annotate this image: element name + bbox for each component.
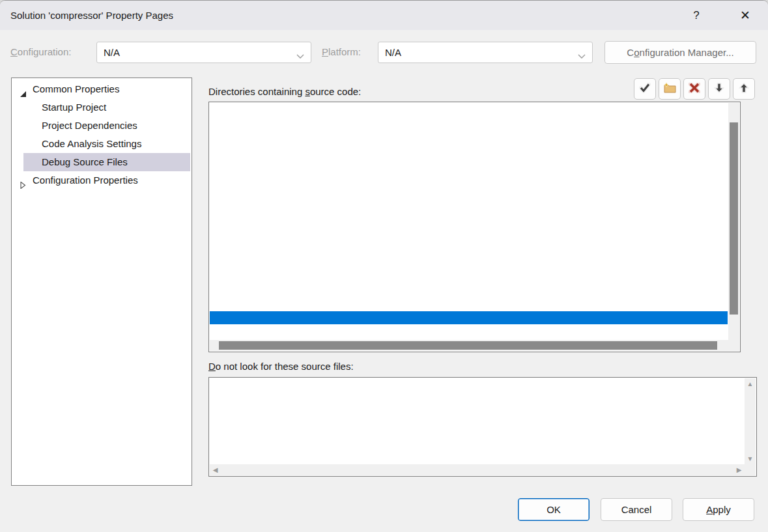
configuration-label: Configuration: xyxy=(10,46,71,57)
dialog-title: Solution 'compressor' Property Pages xyxy=(10,1,173,30)
source-directory-row[interactable] xyxy=(210,168,728,181)
excluded-files-list xyxy=(210,378,744,464)
tree-item-label: Startup Project xyxy=(42,102,106,113)
tree-item[interactable]: Startup Project xyxy=(12,98,192,117)
source-directory-row[interactable] xyxy=(210,142,728,155)
configuration-select[interactable]: N/A xyxy=(96,42,311,63)
scroll-left-icon[interactable]: ◀ xyxy=(210,464,221,475)
scroll-down-icon[interactable]: ▼ xyxy=(745,453,756,464)
ok-button[interactable]: OK xyxy=(518,498,590,521)
source-directories-listbox xyxy=(208,102,741,352)
check-icon xyxy=(639,83,651,95)
source-directory-row[interactable] xyxy=(210,181,728,194)
tree-item[interactable]: Common Properties xyxy=(12,80,192,98)
source-directory-row[interactable] xyxy=(210,311,728,324)
tree-item-label: Common Properties xyxy=(33,83,119,94)
delete-button[interactable] xyxy=(683,78,705,100)
property-tree: Common Properties Startup Project Projec… xyxy=(11,77,192,486)
tree-item[interactable]: Project Dependencies xyxy=(12,117,192,135)
vertical-scrollbar-thumb[interactable] xyxy=(730,122,738,315)
chevron-down-icon xyxy=(578,50,586,62)
vertical-scrollbar[interactable]: ▲ ▼ xyxy=(745,378,756,464)
tree-item[interactable]: Debug Source Files xyxy=(23,153,190,171)
tree-item-label: Project Dependencies xyxy=(42,120,137,131)
source-directory-row[interactable] xyxy=(210,116,728,129)
tree-expander-icon[interactable] xyxy=(20,176,27,184)
new-folder-button[interactable] xyxy=(659,78,681,100)
excluded-files-label: Do not look for these source files: xyxy=(208,361,354,372)
new-folder-icon xyxy=(662,82,677,96)
move-up-button[interactable] xyxy=(733,78,755,100)
excluded-files-listbox: ▲ ▼ ◀ ▶ xyxy=(208,377,757,477)
platform-label: Platform: xyxy=(322,46,361,57)
scrollbar-corner xyxy=(745,464,756,475)
source-directory-row[interactable] xyxy=(210,298,728,311)
apply-button[interactable]: Apply xyxy=(683,498,754,521)
horizontal-scrollbar-thumb[interactable] xyxy=(219,341,717,350)
tree-item-label: Debug Source Files xyxy=(42,156,128,167)
source-directory-row[interactable] xyxy=(210,220,728,233)
configuration-manager-button[interactable]: Configuration Manager... xyxy=(604,41,756,64)
move-down-button[interactable] xyxy=(708,78,730,100)
horizontal-scrollbar[interactable]: ◀ ▶ xyxy=(210,464,745,475)
source-directories-list xyxy=(210,103,728,339)
source-directory-row[interactable] xyxy=(210,272,728,285)
scrollbar-corner xyxy=(728,340,739,351)
horizontal-scrollbar[interactable] xyxy=(210,340,728,351)
chevron-down-icon xyxy=(296,50,304,62)
arrow-up-icon xyxy=(739,82,749,96)
source-directory-row[interactable] xyxy=(210,285,728,298)
titlebar: Solution 'compressor' Property Pages ? ✕ xyxy=(0,1,768,30)
scroll-right-icon[interactable]: ▶ xyxy=(733,464,745,475)
tree-item-label: Code Analysis Settings xyxy=(42,138,141,149)
help-icon[interactable]: ? xyxy=(689,1,704,30)
source-directory-row[interactable] xyxy=(210,194,728,207)
source-directory-row[interactable] xyxy=(210,233,728,246)
confirm-check-button[interactable] xyxy=(634,78,656,100)
source-directory-row[interactable] xyxy=(210,207,728,220)
source-directory-row[interactable] xyxy=(210,129,728,142)
source-directories-label: Directories containing source code: xyxy=(208,86,361,97)
source-directory-row[interactable] xyxy=(210,246,728,259)
source-directory-row[interactable] xyxy=(210,259,728,272)
configuration-value: N/A xyxy=(104,42,120,63)
delete-x-icon xyxy=(689,83,700,95)
scroll-up-icon[interactable]: ▲ xyxy=(745,378,756,389)
cancel-button[interactable]: Cancel xyxy=(601,498,672,521)
tree-item[interactable]: Configuration Properties xyxy=(12,171,192,189)
tree-item-label: Configuration Properties xyxy=(33,175,138,186)
vertical-scrollbar[interactable] xyxy=(728,103,739,340)
source-directory-row[interactable] xyxy=(210,103,728,116)
platform-value: N/A xyxy=(385,42,401,63)
solution-property-pages-dialog: Solution 'compressor' Property Pages ? ✕… xyxy=(0,0,768,532)
tree-expander-icon[interactable] xyxy=(20,85,27,92)
close-icon[interactable]: ✕ xyxy=(735,1,755,30)
arrow-down-icon xyxy=(714,82,724,96)
tree-item[interactable]: Code Analysis Settings xyxy=(12,135,192,153)
source-directory-row[interactable] xyxy=(210,155,728,168)
platform-select[interactable]: N/A xyxy=(378,42,593,63)
